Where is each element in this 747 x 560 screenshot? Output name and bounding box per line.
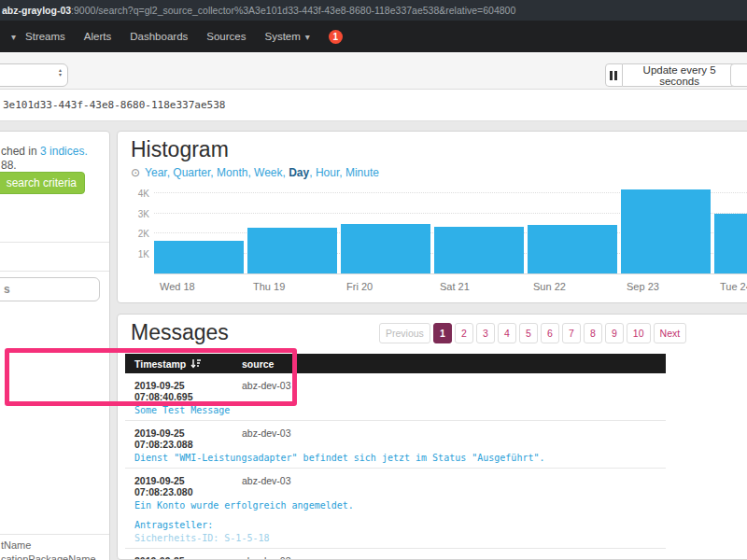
search-query-field[interactable]: 3e101d33-443f-43e8-8680-118e337ae538 — [0, 90, 747, 121]
messages-table-header: Timestamp source — [125, 354, 666, 373]
pagination-page-10[interactable]: 10 — [627, 323, 651, 343]
browser-url-bar[interactable]: abz-graylog-03:9000/search?q=gl2_source_… — [0, 0, 747, 21]
message-timestamp: 2019-09-25 07:08:23.088 — [125, 427, 242, 450]
select-stepper-icon: ▴▾ — [59, 68, 62, 77]
message-timestamp: 2019-09-25 07:08:23.080 — [125, 555, 242, 560]
caret-down-icon: ▾ — [305, 32, 310, 42]
histogram-bar-sat-21[interactable] — [434, 227, 524, 274]
y-tick-label: 3K — [118, 209, 149, 219]
histogram-bar-tue-24[interactable] — [714, 214, 747, 274]
add-search-criteria-button[interactable]: search criteria — [0, 172, 85, 194]
search-sidebar: ched in 3 indices.88. search criteria s … — [0, 131, 110, 560]
search-query-text: 3e101d33-443f-43e8-8680-118e337ae538 — [3, 99, 225, 111]
interval-week[interactable]: Week — [254, 166, 282, 179]
histogram-title: Histogram — [131, 137, 229, 162]
x-tick-label: Sat 21 — [434, 281, 528, 292]
messages-table: Timestamp source 2019-09-25 07:08:40.695… — [125, 354, 666, 560]
field-filter-input[interactable]: s — [0, 277, 100, 301]
pagination-next[interactable]: Next — [654, 323, 687, 343]
histogram-chart[interactable] — [154, 186, 747, 274]
pause-refresh-button[interactable] — [605, 63, 623, 87]
message-row[interactable]: 2019-09-25 07:08:23.080abz-dev-03Einer n… — [125, 549, 666, 560]
main-nav: ▾ StreamsAlertsDashboardsSourcesSystem▾ … — [0, 21, 747, 52]
sidebar-divider — [0, 242, 109, 243]
message-source: abz-dev-03 — [242, 555, 291, 560]
interval-hour[interactable]: Hour — [316, 166, 339, 179]
notification-badge[interactable]: 1 — [329, 30, 343, 44]
nav-item-alerts[interactable]: Alerts — [75, 31, 120, 42]
messages-panel: Messages Previous12345678910Next Timesta… — [117, 314, 747, 560]
histogram-bar-thu-19[interactable] — [247, 228, 337, 273]
message-text — [125, 511, 666, 517]
histogram-bar-wed-18[interactable] — [154, 241, 244, 274]
field-list: tNamecationPackageName — [1, 539, 96, 560]
pagination-page-7[interactable]: 7 — [562, 323, 581, 343]
histogram-interval-selector: ⊙Year, Quarter, Month, Week, Day, Hour, … — [131, 166, 379, 179]
x-tick-label: Wed 18 — [154, 281, 247, 292]
x-tick-label: Sep 23 — [621, 281, 714, 292]
pagination-page-4[interactable]: 4 — [498, 323, 516, 343]
pagination-page-8[interactable]: 8 — [584, 323, 602, 343]
histogram-bar-sep-23[interactable] — [621, 189, 711, 273]
refresh-button-group: Update every 5 seconds▾ — [605, 63, 747, 87]
nav-item-dashboards[interactable]: Dashboards — [120, 31, 197, 42]
interval-minute[interactable]: Minute — [345, 166, 379, 179]
message-text: Some Test Message — [125, 405, 666, 415]
pagination-page-2[interactable]: 2 — [455, 323, 473, 343]
interval-day[interactable]: Day — [289, 166, 309, 179]
histogram-bar-sun-22[interactable] — [528, 225, 617, 273]
message-text: Sicherheits-ID: S-1-5-18 — [125, 533, 666, 543]
x-tick-label: Sun 22 — [528, 281, 621, 292]
interval-month[interactable]: Month — [217, 166, 247, 179]
interval-quarter[interactable]: Quarter — [173, 166, 210, 179]
messages-title: Messages — [131, 320, 229, 345]
interval-clock-icon: ⊙ — [131, 166, 140, 179]
indices-summary: ched in 3 indices.88. — [1, 145, 104, 173]
cutoff-toolbar-button[interactable] — [730, 63, 747, 87]
sidebar-divider — [0, 534, 109, 535]
column-header-source[interactable]: source — [242, 358, 666, 370]
nav-item-system[interactable]: System▾ — [255, 31, 318, 42]
pagination-previous[interactable]: Previous — [379, 323, 430, 343]
x-tick-label: Tue 24 — [714, 281, 747, 292]
indices-line2: 88. — [1, 159, 17, 172]
message-text: Dienst "WMI-Leistungsadapter" befindet s… — [125, 453, 666, 463]
sort-icon — [190, 358, 201, 369]
url-host: abz-graylog-03 — [2, 5, 71, 16]
indices-link[interactable]: 3 indices. — [40, 145, 88, 158]
message-row[interactable]: 2019-09-25 07:08:23.088abz-dev-03Dienst … — [125, 421, 666, 469]
content-area: ched in 3 indices.88. search criteria s … — [0, 121, 747, 560]
nav-items: StreamsAlertsDashboardsSourcesSystem▾ — [16, 31, 319, 42]
saved-search-select[interactable]: ▴▾ — [0, 63, 68, 87]
pagination-page-3[interactable]: 3 — [476, 323, 495, 343]
message-source: abz-dev-03 — [242, 427, 291, 450]
x-axis: Wed 18Thu 19Fri 20Sat 21Sun 22Sep 23Tue … — [154, 281, 747, 292]
sidebar-divider — [0, 271, 109, 272]
histogram-bar-fri-20[interactable] — [341, 224, 430, 273]
column-header-timestamp[interactable]: Timestamp — [125, 358, 242, 370]
message-row[interactable]: 2019-09-25 07:08:23.080abz-dev-03Ein Kon… — [125, 469, 666, 549]
message-row[interactable]: 2019-09-25 07:08:40.695abz-dev-03Some Te… — [125, 373, 666, 421]
y-tick-label: 4K — [118, 189, 149, 199]
message-timestamp: 2019-09-25 07:08:40.695 — [125, 380, 242, 402]
message-text: Antragsteller: — [125, 520, 666, 530]
message-timestamp: 2019-09-25 07:08:23.080 — [125, 475, 242, 497]
nav-item-streams[interactable]: Streams — [16, 31, 75, 42]
pagination-page-9[interactable]: 9 — [605, 323, 624, 343]
x-tick-label: Thu 19 — [247, 281, 341, 292]
chart-bars — [154, 189, 747, 273]
field-list-item[interactable]: cationPackageName — [1, 553, 96, 560]
url-path: :9000/search?q=gl2_source_collector%3A3e… — [71, 5, 515, 16]
y-tick-label: 1K — [118, 249, 149, 259]
update-interval-button[interactable]: Update every 5 seconds▾ — [623, 63, 747, 87]
field-list-item[interactable]: tName — [1, 539, 96, 552]
pagination-page-5[interactable]: 5 — [519, 323, 538, 343]
search-toolbar: ▴▾ Update every 5 seconds▾ — [0, 52, 747, 90]
graylog-search-page: abz-graylog-03:9000/search?q=gl2_source_… — [0, 0, 747, 560]
y-tick-label: 2K — [118, 229, 149, 239]
pagination-page-6[interactable]: 6 — [541, 323, 559, 343]
pause-icon — [610, 71, 613, 80]
nav-item-sources[interactable]: Sources — [197, 31, 255, 42]
interval-year[interactable]: Year — [145, 166, 167, 179]
pagination-page-1[interactable]: 1 — [433, 323, 452, 343]
